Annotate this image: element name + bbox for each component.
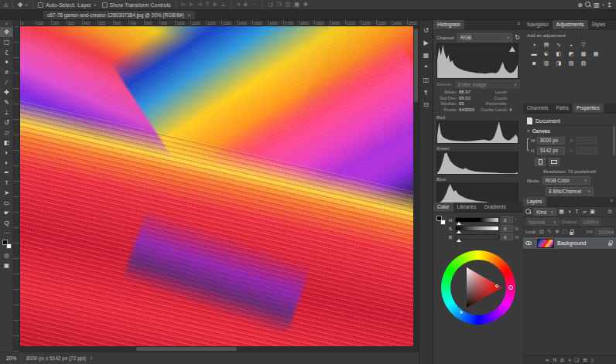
vertical-ruler[interactable] xyxy=(14,26,20,352)
source-select[interactable]: Entire Image∨ xyxy=(455,80,520,88)
adjustment-posterize-icon[interactable]: ▥ xyxy=(541,59,552,67)
close-icon[interactable]: × xyxy=(188,12,191,18)
layer-visibility-toggle[interactable] xyxy=(523,237,534,249)
filter-adjustment-icon[interactable]: ◑ xyxy=(566,209,573,215)
portrait-orientation-button[interactable] xyxy=(535,158,546,166)
landscape-orientation-button[interactable] xyxy=(549,158,560,166)
more-align-options-icon[interactable]: ⋯ xyxy=(250,2,257,8)
layer-mask-icon[interactable]: ◘ xyxy=(560,357,563,362)
share-icon[interactable]: ↥ xyxy=(607,2,612,9)
canvas-viewport[interactable] xyxy=(20,26,413,346)
clone-stamp-tool[interactable]: ⊥ xyxy=(0,107,13,117)
chevron-down-icon[interactable]: ∨ xyxy=(94,3,97,7)
arrange-icon-1[interactable]: ❏ xyxy=(267,2,273,8)
filter-pixel-icon[interactable]: ▦ xyxy=(558,209,565,215)
adjustment-selective-color-icon[interactable]: ▧ xyxy=(578,59,589,67)
foreground-color-swatch[interactable] xyxy=(2,240,8,245)
tab-histogram[interactable]: Histogram xyxy=(433,20,464,29)
color-slider-track[interactable] xyxy=(455,234,499,240)
adjustment-channel-mixer-icon[interactable]: ▩ xyxy=(578,49,589,58)
panel-scrollbar-thumb[interactable] xyxy=(613,126,615,155)
quick-selection-tool[interactable]: ✦ xyxy=(0,57,13,67)
layer-thumbnail[interactable] xyxy=(537,239,554,248)
arrange-icon-2[interactable]: ❐ xyxy=(275,2,282,8)
slider-thumb[interactable] xyxy=(457,239,461,242)
path-selection-tool[interactable]: ➤ xyxy=(0,188,13,198)
info-panel-icon[interactable]: ▦ xyxy=(419,49,433,61)
link-dimensions-icon[interactable] xyxy=(527,138,529,151)
expand-tools-icon[interactable]: » xyxy=(0,20,13,27)
adjustment-gradient-map-icon[interactable]: ▨ xyxy=(566,59,577,67)
home-icon[interactable]: ⌂ xyxy=(4,2,8,9)
color-slider-track[interactable] xyxy=(455,217,499,223)
tab-navigator[interactable]: Navigator xyxy=(523,20,553,29)
document-tab[interactable]: c67-78 gamer-and-creator-1280307384.jpg … xyxy=(43,10,196,19)
align-middle-icon[interactable]: ⊪ xyxy=(212,2,218,8)
export-panel-icon[interactable]: ◫ xyxy=(419,73,433,86)
lock-all-icon[interactable] xyxy=(570,232,573,235)
auto-select-dropdown[interactable]: Layer xyxy=(77,2,91,8)
color-slider-value[interactable]: 0 xyxy=(501,233,513,240)
tab-adjustments[interactable]: Adjustments xyxy=(553,20,588,29)
status-chevron-icon[interactable]: › xyxy=(91,355,92,361)
adjustment-brightness-contrast-icon[interactable]: ◑ xyxy=(529,40,539,49)
pen-tool[interactable]: ✒ xyxy=(0,168,13,178)
fill-field[interactable]: 100%∨ xyxy=(595,228,614,236)
horizontal-scrollbar-thumb[interactable] xyxy=(136,347,237,351)
arrange-icon-5[interactable]: ✥ xyxy=(303,2,309,8)
screen-mode-icon[interactable]: ▣ xyxy=(0,260,13,270)
adjustment-levels-icon[interactable]: ▤ xyxy=(541,40,552,49)
layer-effects-icon[interactable]: fx xyxy=(553,357,556,362)
quick-mask-icon[interactable]: ◎ xyxy=(0,250,13,260)
zoom-level-field[interactable]: 20% xyxy=(6,355,16,361)
adjustment-threshold-icon[interactable]: ◨ xyxy=(553,59,564,67)
new-group-icon[interactable]: ❏ xyxy=(574,357,579,363)
filter-search-icon[interactable] xyxy=(525,209,532,215)
arrange-icon-4[interactable]: ▦ xyxy=(293,2,300,8)
glyphs-panel-icon[interactable]: ¶ xyxy=(419,86,433,98)
brush-tool[interactable]: ✎ xyxy=(0,97,13,107)
lasso-tool[interactable]: ζ xyxy=(0,47,13,57)
zoom-tool[interactable]: Q xyxy=(0,218,13,228)
show-transform-checkbox[interactable] xyxy=(102,2,108,8)
horizontal-scrollbar[interactable] xyxy=(20,346,413,352)
blend-mode-select[interactable]: Normal∨ xyxy=(525,218,560,226)
adjustment-curves-icon[interactable]: ∿ xyxy=(553,40,564,49)
color-slider-value[interactable]: 0 xyxy=(501,216,513,223)
more-tools-icon[interactable]: ⋯ xyxy=(0,228,13,238)
history-panel-icon[interactable]: ↺ xyxy=(419,24,433,36)
tab-layers[interactable]: Layers xyxy=(523,197,546,206)
color-swatches[interactable] xyxy=(436,216,446,225)
chevron-down-icon[interactable]: ∨ xyxy=(527,129,530,133)
filter-kind-select[interactable]: Kind∨ xyxy=(533,208,556,216)
move-tool[interactable]: ✥ xyxy=(0,27,13,37)
adjustment-color-lookup-icon[interactable]: ▦ xyxy=(590,49,601,58)
saturation-brightness-triangle[interactable] xyxy=(450,260,506,315)
vertical-scrollbar[interactable] xyxy=(413,26,419,346)
globe-icon[interactable]: ⊕ xyxy=(577,2,583,9)
lock-transparency-icon[interactable]: ▨ xyxy=(538,229,545,235)
marquee-tool[interactable]: ▢ xyxy=(0,37,13,47)
lock-pixels-icon[interactable]: ✎ xyxy=(546,229,553,235)
distribute-horizontal-icon[interactable]: ≣ xyxy=(242,2,248,8)
chevron-down-icon[interactable]: ∨ xyxy=(602,3,605,7)
lock-position-icon[interactable]: ✥ xyxy=(553,229,560,235)
arrange-icon-3[interactable]: ◫ xyxy=(285,2,292,8)
delete-layer-icon[interactable]: ▯ xyxy=(591,357,594,363)
vertical-scrollbar-thumb[interactable] xyxy=(414,29,418,102)
type-tool[interactable]: T xyxy=(0,178,13,188)
auto-select-checkbox[interactable] xyxy=(38,2,43,8)
eyedropper-tool[interactable]: ∕ xyxy=(0,77,13,87)
adjustment-hue-saturation-icon[interactable]: ▬ xyxy=(529,49,539,58)
comments-panel-icon[interactable]: ❝ xyxy=(419,61,433,73)
clone-source-panel-icon[interactable]: ⊡ xyxy=(419,98,433,111)
align-center-h-icon[interactable]: ⊩ xyxy=(189,2,195,8)
layer-name[interactable]: Background xyxy=(557,240,608,246)
healing-brush-tool[interactable]: ✚ xyxy=(0,87,13,97)
distribute-vertical-icon[interactable]: ≡ xyxy=(236,2,241,8)
align-bottom-icon[interactable]: ⊥ xyxy=(220,2,226,8)
filter-toggle-icon[interactable]: ⊙ xyxy=(607,209,614,215)
actions-panel-icon[interactable]: ▶ xyxy=(419,36,433,49)
link-layers-icon[interactable]: ∞ xyxy=(546,357,549,362)
color-swatches[interactable] xyxy=(2,240,12,249)
